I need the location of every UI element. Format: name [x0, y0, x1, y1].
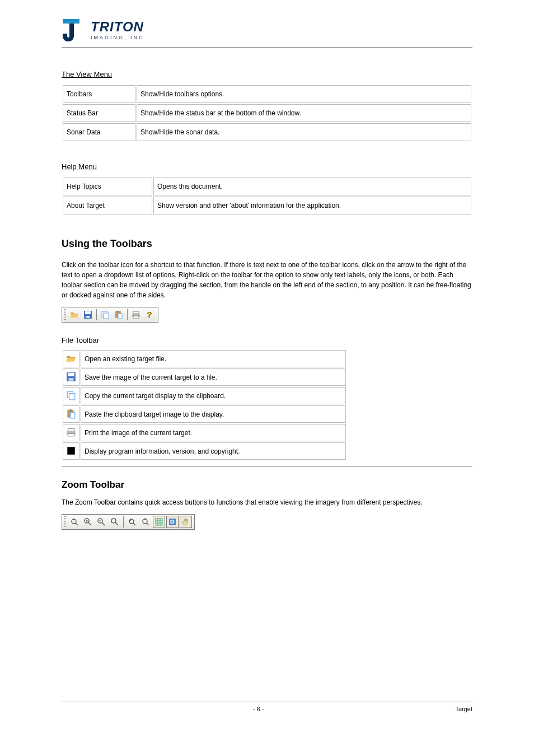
- svg-point-35: [111, 519, 113, 520]
- table-row: Display program information, version, an…: [63, 442, 346, 460]
- icon-desc: Display program information, version, an…: [81, 442, 346, 460]
- toolbars-intro: Click on the toolbar icon for a shortcut…: [62, 260, 472, 300]
- hand-pan-icon[interactable]: [180, 516, 192, 528]
- header-divider: [62, 47, 472, 48]
- svg-text:?: ?: [147, 310, 152, 319]
- svg-rect-4: [104, 313, 109, 319]
- svg-rect-18: [69, 409, 72, 411]
- svg-line-27: [88, 522, 91, 525]
- table-row: Help Topics Opens this document.: [63, 178, 471, 195]
- zoom-out-icon[interactable]: [95, 516, 107, 528]
- svg-rect-7: [118, 314, 122, 319]
- svg-point-24: [72, 519, 76, 524]
- svg-rect-44: [156, 519, 162, 525]
- zoom-actual-icon[interactable]: [139, 516, 152, 528]
- toolbar-separator: [123, 516, 124, 528]
- svg-rect-16: [69, 394, 75, 400]
- print-icon: [65, 426, 77, 438]
- toolbar-separator: [127, 309, 128, 320]
- toolbar-separator: [96, 309, 97, 320]
- zoom-toolbar-desc: The Zoom Toolbar contains quick access b…: [62, 497, 472, 507]
- paste-icon: [65, 408, 77, 420]
- toolbars-title: Using the Toolbars: [62, 238, 472, 250]
- open-icon[interactable]: [68, 309, 81, 321]
- icon-desc: Print the image of the current target.: [81, 424, 346, 441]
- view-menu-table: Toolbars Show/Hide toolbars options. Sta…: [62, 84, 472, 142]
- view-menu-heading: The View Menu: [62, 70, 472, 78]
- page-footer: - 6 - Target: [62, 702, 472, 712]
- footer-doc-name: Target: [455, 706, 472, 712]
- menu-item-name: Help Topics: [63, 178, 152, 195]
- table-row: Status Bar Show/Hide the status bar at t…: [63, 104, 471, 122]
- menu-item-desc: Show/Hide toolbars options.: [137, 85, 471, 103]
- svg-rect-22: [68, 433, 74, 436]
- logo-tagline: IMAGING, INC: [91, 35, 144, 40]
- svg-line-40: [133, 523, 135, 525]
- help-menu-heading: Help Menu: [62, 162, 472, 171]
- zoom-vertical-icon[interactable]: [68, 516, 81, 528]
- menu-item-desc: Show/Hide the status bar at the bottom o…: [137, 104, 471, 122]
- svg-line-31: [102, 522, 105, 525]
- svg-rect-10: [133, 316, 139, 318]
- menu-item-name: About Target: [63, 197, 152, 214]
- svg-line-34: [115, 522, 118, 525]
- file-toolbar: ?: [62, 307, 158, 323]
- section-divider: [62, 466, 472, 467]
- table-row: Open an existing target file.: [63, 350, 346, 367]
- paste-icon[interactable]: [113, 309, 125, 321]
- table-row: Sonar Data Show/Hide the sonar data.: [63, 123, 471, 141]
- svg-line-42: [147, 523, 148, 525]
- svg-rect-6: [117, 311, 119, 312]
- icon-desc: Open an existing target file.: [81, 350, 346, 367]
- zoom-toolbar-heading: Zoom Toolbar: [62, 479, 472, 491]
- svg-point-37: [111, 522, 113, 523]
- logo-mark: [62, 17, 87, 44]
- table-row: Paste the clipboard target image to the …: [63, 405, 346, 423]
- zoom-fit-icon[interactable]: [109, 516, 121, 528]
- save-icon[interactable]: [82, 309, 94, 321]
- help-menu-table: Help Topics Opens this document. About T…: [62, 176, 472, 216]
- table-row: Save the image of the current target to …: [63, 368, 346, 386]
- menu-item-name: Sonar Data: [63, 123, 135, 141]
- logo-company: TRITON: [91, 20, 144, 34]
- menu-item-desc: Show/Hide the sonar data.: [137, 123, 471, 141]
- copy-icon[interactable]: [99, 309, 111, 321]
- save-icon: [65, 371, 77, 383]
- table-row: Copy the current target display to the c…: [63, 387, 346, 404]
- zoom-toolbar: [62, 514, 195, 530]
- print-icon[interactable]: [130, 309, 142, 321]
- svg-point-38: [115, 522, 116, 523]
- table-row: Print the image of the current target.: [63, 424, 346, 441]
- toolbar-grip[interactable]: [64, 516, 66, 528]
- svg-rect-49: [169, 519, 176, 525]
- svg-point-41: [143, 519, 147, 524]
- menu-item-name: Toolbars: [63, 85, 135, 103]
- svg-rect-13: [68, 373, 74, 376]
- zoom-in-icon[interactable]: [82, 516, 94, 528]
- file-toolbar-icons-table: Open an existing target file. Save the i…: [62, 349, 347, 461]
- table-row: About Target Show version and other 'abo…: [63, 197, 471, 214]
- svg-rect-1: [85, 311, 91, 314]
- menu-item-desc: Opens this document.: [153, 178, 471, 195]
- menu-item-name: Status Bar: [63, 104, 135, 122]
- svg-rect-20: [68, 428, 74, 431]
- about-icon: [65, 445, 77, 457]
- svg-point-36: [115, 519, 116, 520]
- svg-rect-14: [69, 378, 74, 381]
- logo: TRITON IMAGING, INC: [62, 17, 472, 44]
- open-icon: [65, 352, 77, 365]
- table-row: Toolbars Show/Hide toolbars options.: [63, 85, 471, 103]
- menu-item-desc: Show version and other 'about' informati…: [153, 197, 471, 214]
- svg-line-25: [76, 523, 78, 525]
- page-number: - 6 -: [253, 706, 264, 712]
- zoom-previous-icon[interactable]: [126, 516, 138, 528]
- file-toolbar-desc-title: File Toolbar: [62, 336, 472, 344]
- overview-icon[interactable]: [166, 516, 179, 528]
- copy-icon: [65, 389, 77, 402]
- icon-desc: Copy the current target display to the c…: [81, 387, 346, 404]
- svg-rect-19: [71, 413, 75, 418]
- toolbar-grip[interactable]: [64, 309, 66, 320]
- svg-rect-2: [86, 316, 90, 318]
- help-icon[interactable]: ?: [143, 309, 156, 321]
- grid-icon[interactable]: [153, 516, 165, 528]
